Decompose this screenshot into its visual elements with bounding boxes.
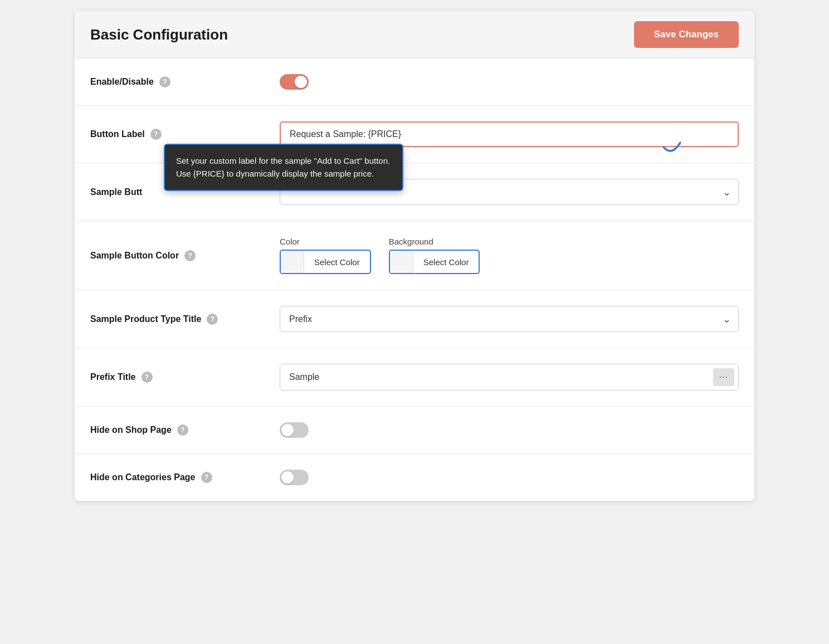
prefix-title-help-icon[interactable]: ? (142, 372, 153, 383)
enable-disable-toggle[interactable] (280, 74, 309, 90)
color-group-label: Color (280, 237, 371, 246)
select-color-label-1: Select Color (304, 257, 370, 267)
sample-button-color-label: Sample Button Color ? (90, 250, 280, 261)
page-title: Basic Configuration (90, 26, 228, 43)
hide-shop-row: Hide on Shop Page ? (75, 407, 754, 454)
button-label-label: Button Label ? (90, 129, 280, 140)
enable-disable-content (280, 74, 739, 90)
sample-product-type-help-icon[interactable]: ? (207, 314, 218, 325)
config-panel: Basic Configuration Save Changes Enable/… (75, 11, 754, 501)
sample-product-type-select[interactable]: Prefix (280, 306, 739, 332)
color-swatch-2 (390, 251, 413, 273)
enable-disable-label: Enable/Disable ? (90, 76, 280, 87)
hide-shop-content (280, 422, 739, 438)
header: Basic Configuration Save Changes (75, 11, 754, 58)
hide-categories-toggle[interactable] (280, 470, 309, 485)
hide-categories-label: Hide on Categories Page ? (90, 472, 280, 483)
color-section: Color Select Color Background Select Col… (280, 237, 480, 274)
button-label-help-icon[interactable]: ? (150, 129, 162, 140)
enable-disable-help-icon[interactable]: ? (159, 76, 170, 87)
sample-button-color-help-icon[interactable]: ? (184, 250, 196, 261)
sample-product-type-row: Sample Product Type Title ? Prefix ⌄ (75, 290, 754, 348)
color-group-background: Background Select Color (389, 237, 480, 274)
tooltip-button-label: Set your custom label for the sample "Ad… (164, 144, 403, 191)
background-group-label: Background (389, 237, 480, 246)
prefix-title-label: Prefix Title ? (90, 372, 280, 383)
prefix-title-row: Prefix Title ? ··· (75, 348, 754, 407)
sample-button-color-row: Sample Button Color ? Color Select Color… (75, 221, 754, 290)
hide-shop-label: Hide on Shop Page ? (90, 425, 280, 436)
prefix-input-wrapper: ··· (280, 364, 739, 391)
sample-button-color-content: Color Select Color Background Select Col… (280, 237, 739, 274)
sample-product-type-select-wrapper: Prefix ⌄ (280, 306, 739, 332)
hide-categories-content (280, 470, 739, 485)
hide-shop-help-icon[interactable]: ? (177, 425, 188, 436)
hide-shop-toggle[interactable] (280, 422, 309, 438)
hide-categories-help-icon[interactable]: ? (201, 472, 212, 483)
enable-disable-row: Enable/Disable ? (75, 58, 754, 106)
color-group-color: Color Select Color (280, 237, 371, 274)
color-swatch-1 (281, 251, 304, 273)
prefix-title-content: ··· (280, 364, 739, 391)
select-color-button-2[interactable]: Select Color (389, 250, 480, 274)
save-button[interactable]: Save Changes (634, 21, 739, 48)
hide-categories-row: Hide on Categories Page ? (75, 454, 754, 501)
sample-product-type-label: Sample Product Type Title ? (90, 314, 280, 325)
prefix-title-input[interactable] (280, 364, 739, 391)
button-label-row: Button Label ? Set your custom label for… (75, 106, 754, 163)
select-color-button-1[interactable]: Select Color (280, 250, 371, 274)
select-color-label-2: Select Color (413, 257, 479, 267)
sample-product-type-content: Prefix ⌄ (280, 306, 739, 332)
prefix-dots-button[interactable]: ··· (713, 368, 734, 386)
